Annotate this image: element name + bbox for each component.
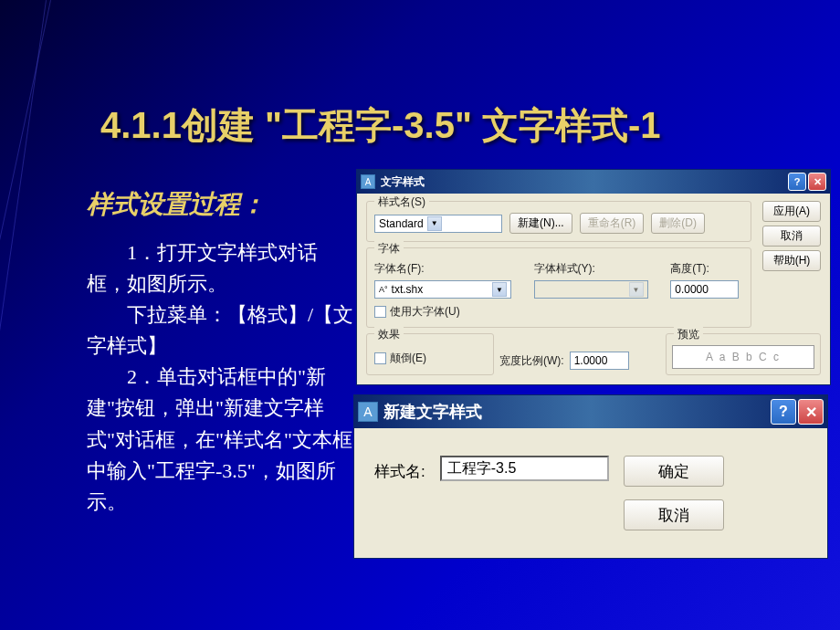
font-name-combo[interactable]: A° txt.shx ▼ <box>374 280 511 299</box>
app-icon: A <box>358 402 378 422</box>
para-2: 下拉菜单：【格式】/【文字样式】 <box>87 299 356 362</box>
cancel-button[interactable]: 取消 <box>762 226 821 247</box>
new-button[interactable]: 新建(N)... <box>509 213 572 234</box>
chevron-down-icon: ▼ <box>629 282 644 297</box>
bigfont-label: 使用大字体(U) <box>390 304 460 320</box>
width-input[interactable] <box>570 352 629 370</box>
titlebar[interactable]: A 文字样式 ? ✕ <box>357 170 830 194</box>
side-buttons: 应用(A) 取消 帮助(H) <box>762 201 821 271</box>
titlebar-close-button[interactable]: ✕ <box>808 173 826 191</box>
dialog-title: 新建文字样式 <box>383 401 769 423</box>
help-button[interactable]: 帮助(H) <box>762 250 821 271</box>
bigfont-checkbox[interactable] <box>374 306 386 318</box>
para-1: 1．打开文字样式对话框，如图所示。 <box>87 237 356 299</box>
font-group: 字体 字体名(F): A° txt.shx ▼ 字体样式(Y): ▼ <box>366 247 751 328</box>
font-style-combo: ▼ <box>534 280 648 299</box>
titlebar-close-button[interactable]: ✕ <box>798 399 824 425</box>
text-style-dialog: A 文字样式 ? ✕ 应用(A) 取消 帮助(H) 样式名(S) Standar… <box>356 169 831 385</box>
width-group: 宽度比例(W): <box>499 333 660 375</box>
height-label: 高度(T): <box>670 261 743 277</box>
effects-group: 效果 颠倒(E) <box>366 333 494 375</box>
preview-legend: 预览 <box>674 327 703 342</box>
style-name-legend: 样式名(S) <box>374 194 429 210</box>
delete-button: 删除(D) <box>651 213 705 234</box>
para-3: 2．单击对话框中的"新建"按钮，弹出"新建文字样式"对话框，在"样式名"文本框中… <box>87 362 356 517</box>
height-input[interactable] <box>670 280 739 299</box>
preview-sample: A a B b C c <box>672 345 814 369</box>
style-name-label: 样式名: <box>374 456 425 482</box>
chevron-down-icon[interactable]: ▼ <box>427 216 442 231</box>
effects-legend: 效果 <box>374 327 404 342</box>
slide-title: 4.1.1创建 "工程字-3.5" 文字样式-1 <box>100 100 661 151</box>
slide-subtitle: 样式设置过程： <box>87 187 266 222</box>
style-name-combo[interactable]: Standard ▼ <box>374 215 502 233</box>
font-style-label: 字体样式(Y): <box>534 261 653 277</box>
font-legend: 字体 <box>374 241 404 257</box>
dialog-title: 文字样式 <box>381 174 786 190</box>
ok-button[interactable]: 确定 <box>624 456 724 487</box>
new-text-style-dialog: A 新建文字样式 ? ✕ 样式名: 确定 取消 <box>353 394 828 559</box>
titlebar[interactable]: A 新建文字样式 ? ✕ <box>354 395 827 428</box>
style-name-value: Standard <box>379 217 424 230</box>
font-name-value: txt.shx <box>392 283 424 296</box>
style-name-group: 样式名(S) Standard ▼ 新建(N)... 重命名(R) 删除(D) <box>366 201 751 242</box>
chevron-down-icon[interactable]: ▼ <box>492 282 507 297</box>
width-label: 宽度比例(W): <box>499 353 564 369</box>
titlebar-help-button[interactable]: ? <box>771 399 796 425</box>
font-glyph-icon: A° <box>379 285 388 294</box>
apply-button[interactable]: 应用(A) <box>762 201 821 222</box>
upside-label: 颠倒(E) <box>390 351 426 366</box>
style-name-input[interactable] <box>440 456 609 481</box>
font-name-label: 字体名(F): <box>374 261 516 277</box>
preview-group: 预览 A a B b C c <box>666 333 821 375</box>
upside-checkbox[interactable] <box>374 352 386 364</box>
titlebar-help-button[interactable]: ? <box>788 173 806 191</box>
body-text: 1．打开文字样式对话框，如图所示。 下拉菜单：【格式】/【文字样式】 2．单击对… <box>87 237 356 518</box>
rename-button: 重命名(R) <box>580 213 645 234</box>
cancel-button[interactable]: 取消 <box>624 499 724 530</box>
app-icon: A <box>361 174 375 189</box>
